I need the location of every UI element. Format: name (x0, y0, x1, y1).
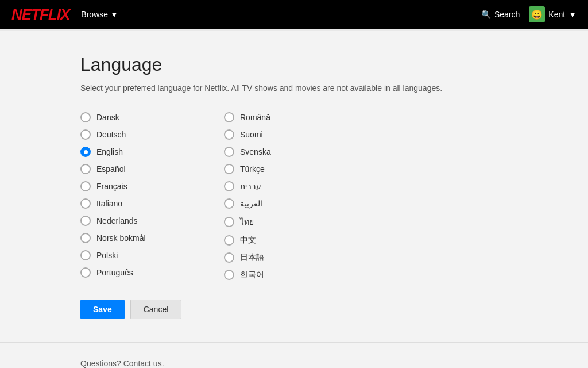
radio-nederlands (80, 216, 91, 226)
language-label-norsk: Norsk bokmål (96, 233, 146, 243)
radio-deutsch (80, 129, 91, 140)
language-label-hebrew: עברית (240, 182, 261, 191)
browse-label: Browse (81, 10, 108, 19)
language-option-chinese[interactable]: 中文 (224, 232, 368, 249)
radio-espanol (80, 164, 91, 174)
language-option-svenska[interactable]: Svenska (224, 143, 368, 160)
radio-portugues (80, 267, 91, 278)
radio-english (80, 147, 91, 157)
language-option-polski[interactable]: Polski (80, 247, 224, 264)
language-label-thai: ไทย (240, 216, 254, 228)
header: NETFLIX Browse ▼ 🔍 Search 😀 Kent ▼ (0, 0, 588, 29)
language-label-polski: Polski (96, 251, 118, 260)
radio-norsk (80, 233, 91, 243)
avatar-icon: 😀 (531, 9, 543, 20)
language-label-japanese: 日本語 (240, 252, 264, 263)
search-label: Search (494, 10, 520, 19)
language-label-english: English (96, 147, 123, 156)
radio-chinese (224, 235, 234, 246)
language-label-deutsch: Deutsch (96, 130, 126, 139)
page-subtitle: Select your preferred language for Netfl… (80, 83, 508, 93)
radio-suomi (224, 129, 234, 140)
netflix-logo: NETFLIX (11, 6, 69, 24)
search-button[interactable]: 🔍 Search (481, 10, 520, 19)
radio-japanese (224, 252, 234, 263)
radio-dansk (80, 112, 91, 122)
language-option-suomi[interactable]: Suomi (224, 126, 368, 143)
language-option-turkce[interactable]: Türkçe (224, 160, 368, 178)
main-content: Language Select your preferred language … (0, 31, 588, 342)
footer: Questions? Contact us. Audio and subtitl… (0, 342, 588, 368)
radio-arabic (224, 198, 234, 209)
language-label-turkce: Türkçe (240, 164, 265, 174)
browse-button[interactable]: Browse ▼ (81, 10, 118, 19)
language-option-nederlands[interactable]: Nederlands (80, 212, 224, 229)
radio-korean (224, 270, 234, 280)
language-column-right: RomânăSuomiSvenskaTürkçeעבריתالعربيةไทย中… (224, 109, 368, 283)
radio-hebrew (224, 181, 234, 191)
language-label-chinese: 中文 (240, 235, 256, 246)
language-option-english[interactable]: English (80, 143, 224, 160)
language-label-espanol: Español (96, 164, 126, 174)
user-menu-button[interactable]: 😀 Kent ▼ (529, 6, 577, 22)
language-option-deutsch[interactable]: Deutsch (80, 126, 224, 143)
language-option-portugues[interactable]: Português (80, 264, 224, 281)
language-label-svenska: Svenska (240, 147, 271, 156)
language-label-italiano: Italiano (96, 199, 122, 208)
radio-polski (80, 250, 91, 260)
radio-turkce (224, 164, 234, 174)
radio-svenska (224, 147, 234, 157)
language-label-arabic: العربية (240, 199, 262, 208)
language-option-japanese[interactable]: 日本語 (224, 249, 368, 266)
header-right: 🔍 Search 😀 Kent ▼ (481, 6, 577, 22)
header-left: NETFLIX Browse ▼ (11, 6, 118, 24)
language-option-hebrew[interactable]: עברית (224, 178, 368, 195)
search-icon: 🔍 (481, 10, 491, 19)
footer-contact: Questions? Contact us. (80, 359, 508, 368)
language-column-left: DanskDeutschEnglishEspañolFrançaisItalia… (80, 109, 224, 283)
button-row: Save Cancel (80, 300, 508, 319)
language-label-dansk: Dansk (96, 113, 119, 122)
chevron-down-icon: ▼ (110, 10, 118, 19)
language-label-suomi: Suomi (240, 130, 263, 139)
radio-francais (80, 181, 91, 191)
radio-romana (224, 112, 234, 122)
language-label-korean: 한국어 (240, 270, 264, 280)
language-option-korean[interactable]: 한국어 (224, 266, 368, 283)
save-button[interactable]: Save (80, 300, 125, 319)
language-label-francais: Français (96, 182, 127, 191)
user-name: Kent (548, 10, 565, 19)
language-option-arabic[interactable]: العربية (224, 195, 368, 212)
language-label-nederlands: Nederlands (96, 216, 138, 225)
cancel-button[interactable]: Cancel (130, 300, 182, 319)
page-title: Language (80, 54, 508, 75)
radio-italiano (80, 198, 91, 209)
language-option-romana[interactable]: Română (224, 109, 368, 126)
language-option-francais[interactable]: Français (80, 178, 224, 195)
user-chevron-icon: ▼ (568, 10, 577, 19)
language-option-thai[interactable]: ไทย (224, 212, 368, 232)
language-label-portugues: Português (96, 268, 133, 277)
language-option-espanol[interactable]: Español (80, 160, 224, 178)
language-option-italiano[interactable]: Italiano (80, 195, 224, 212)
language-grid: DanskDeutschEnglishEspañolFrançaisItalia… (80, 109, 368, 283)
language-option-norsk[interactable]: Norsk bokmål (80, 229, 224, 247)
language-option-dansk[interactable]: Dansk (80, 109, 224, 126)
radio-thai (224, 217, 234, 227)
avatar: 😀 (529, 6, 545, 22)
language-label-romana: Română (240, 113, 270, 122)
radio-inner-english (84, 150, 88, 154)
